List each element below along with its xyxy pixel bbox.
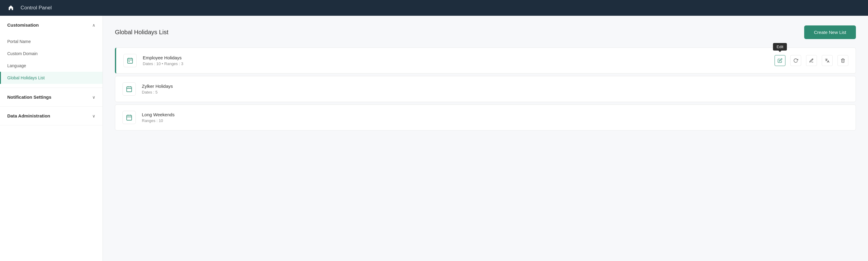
sidebar-item-custom-domain[interactable]: Custom Domain <box>0 48 102 60</box>
top-header: Control Panel <box>0 0 868 16</box>
sidebar-item-language[interactable]: Language <box>0 60 102 72</box>
employee-card-actions: Edit <box>775 55 848 66</box>
employee-holiday-meta: Dates : 10 • Ranges : 3 <box>143 61 769 66</box>
notification-settings-chevron: ∨ <box>92 95 95 99</box>
delete-button-employee[interactable] <box>837 55 848 66</box>
home-icon[interactable] <box>6 3 16 13</box>
data-admin-label: Data Administration <box>7 113 50 118</box>
edit-tooltip: Edit <box>773 43 787 51</box>
main-layout: Customisation ∧ Portal Name Custom Domai… <box>0 16 868 261</box>
sidebar-item-portal-name[interactable]: Portal Name <box>0 35 102 48</box>
sidebar: Customisation ∧ Portal Name Custom Domai… <box>0 16 103 261</box>
long-weekends-meta: Ranges : 10 <box>142 118 848 123</box>
employee-holiday-name: Employee Holidays <box>143 55 769 60</box>
customisation-items: Portal Name Custom Domain Language Globa… <box>0 34 102 87</box>
notification-settings-header[interactable]: Notification Settings ∨ <box>0 88 102 106</box>
zylker-holiday-meta: Dates : 5 <box>142 90 848 94</box>
svg-rect-4 <box>128 61 129 62</box>
create-new-list-button[interactable]: Create New List <box>804 25 856 39</box>
holiday-card-long-weekends: Long Weekends Ranges : 10 <box>115 105 856 130</box>
signature-button-employee[interactable] <box>806 55 817 66</box>
calendar-icon-employee <box>123 54 137 67</box>
sidebar-item-global-holidays[interactable]: Global Holidays List <box>0 72 102 84</box>
edit-button-employee[interactable] <box>775 55 785 66</box>
sidebar-section-customisation: Customisation ∧ Portal Name Custom Domai… <box>0 16 102 88</box>
edit-tooltip-container: Edit <box>775 55 785 66</box>
customisation-header[interactable]: Customisation ∧ <box>0 16 102 34</box>
notification-settings-label: Notification Settings <box>7 94 52 99</box>
content-header: Global Holidays List Create New List <box>115 25 856 39</box>
svg-rect-9 <box>127 115 132 120</box>
customisation-label: Customisation <box>7 22 39 28</box>
page-title: Global Holidays List <box>115 29 168 36</box>
data-admin-chevron: ∨ <box>92 114 95 118</box>
refresh-button-employee[interactable] <box>790 55 801 66</box>
long-weekends-info: Long Weekends Ranges : 10 <box>142 112 848 123</box>
customisation-chevron: ∧ <box>92 23 95 28</box>
long-weekends-name: Long Weekends <box>142 112 848 117</box>
translate-button-employee[interactable] <box>822 55 833 66</box>
content-area: Global Holidays List Create New List Emp… <box>103 16 868 261</box>
header-title: Control Panel <box>21 5 52 11</box>
zylker-holiday-name: Zylker Holidays <box>142 84 848 89</box>
holiday-card-zylker: Zylker Holidays Dates : 5 <box>115 76 856 102</box>
holiday-list: Employee Holidays Dates : 10 • Ranges : … <box>115 48 856 130</box>
svg-rect-0 <box>128 58 133 64</box>
calendar-icon-zylker <box>123 82 136 96</box>
sidebar-section-data-admin: Data Administration ∨ <box>0 107 102 125</box>
zylker-holiday-info: Zylker Holidays Dates : 5 <box>142 84 848 94</box>
employee-holiday-info: Employee Holidays Dates : 10 • Ranges : … <box>143 55 769 66</box>
data-admin-header[interactable]: Data Administration ∨ <box>0 107 102 125</box>
holiday-card-employee: Employee Holidays Dates : 10 • Ranges : … <box>115 48 856 74</box>
calendar-icon-long-weekends <box>123 111 136 124</box>
svg-rect-5 <box>127 87 132 92</box>
sidebar-section-notifications: Notification Settings ∨ <box>0 88 102 107</box>
